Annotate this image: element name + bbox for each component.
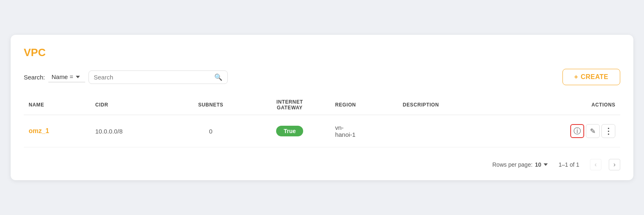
- table-header-row: NAME CIDR SUBNETS INTERNETGATEWAY REGION…: [24, 95, 620, 115]
- cell-subnets: 0: [172, 115, 249, 147]
- col-subnets: SUBNETS: [172, 95, 249, 115]
- search-input[interactable]: [94, 74, 211, 81]
- cell-cidr: 10.0.0.0/8: [91, 115, 172, 147]
- cell-name: omz_1: [24, 115, 91, 147]
- table-row: omz_1 10.0.0.0/8 0 True vn-hanoi-1: [24, 115, 620, 147]
- chevron-down-icon: [76, 76, 80, 78]
- col-description: DESCRIPTION: [398, 95, 499, 115]
- search-label: Search:: [24, 74, 45, 81]
- col-name: NAME: [24, 95, 91, 115]
- edit-button[interactable]: [586, 124, 600, 138]
- actions-cell: [504, 124, 615, 138]
- rows-per-page: Rows per page: 10: [492, 161, 548, 168]
- cell-actions: [499, 115, 620, 147]
- search-icon: 🔍: [214, 73, 222, 81]
- search-input-wrap: 🔍: [88, 70, 228, 84]
- info-icon: [574, 126, 581, 136]
- page-title: VPC: [24, 46, 620, 59]
- internet-gateway-badge: True: [276, 126, 303, 136]
- cell-region: vn-hanoi-1: [330, 115, 398, 147]
- more-icon: [604, 126, 612, 136]
- search-area: Search: Name = 🔍: [24, 70, 228, 84]
- rows-per-page-label: Rows per page:: [492, 161, 533, 168]
- col-region: REGION: [330, 95, 398, 115]
- prev-page-button[interactable]: ‹: [590, 159, 601, 170]
- pagination-info: 1–1 of 1: [558, 161, 579, 168]
- filter-dropdown[interactable]: Name =: [48, 72, 85, 82]
- edit-icon: [590, 127, 596, 136]
- vpc-card: VPC Search: Name = 🔍 + CREATE NAME CIDR …: [11, 35, 633, 180]
- vpc-table: NAME CIDR SUBNETS INTERNETGATEWAY REGION…: [24, 95, 620, 147]
- rows-per-page-select[interactable]: 10: [535, 161, 548, 168]
- info-button[interactable]: [570, 124, 584, 138]
- col-cidr: CIDR: [91, 95, 172, 115]
- filter-value: Name =: [52, 73, 73, 80]
- create-label: CREATE: [581, 73, 608, 81]
- cell-internet-gateway: True: [249, 115, 330, 147]
- vpc-name-link[interactable]: omz_1: [29, 127, 49, 134]
- table-footer: Rows per page: 10 1–1 of 1 ‹ ›: [24, 154, 620, 170]
- more-button[interactable]: [601, 124, 615, 138]
- col-actions: ACTIONS: [499, 95, 620, 115]
- toolbar: Search: Name = 🔍 + CREATE: [24, 69, 620, 85]
- create-button[interactable]: + CREATE: [562, 69, 620, 85]
- next-page-button[interactable]: ›: [609, 159, 620, 170]
- create-prefix: +: [574, 73, 578, 81]
- col-internet-gateway: INTERNETGATEWAY: [249, 95, 330, 115]
- cell-description: [398, 115, 499, 147]
- rows-chevron-icon: [544, 163, 548, 166]
- rows-per-page-value: 10: [535, 161, 542, 168]
